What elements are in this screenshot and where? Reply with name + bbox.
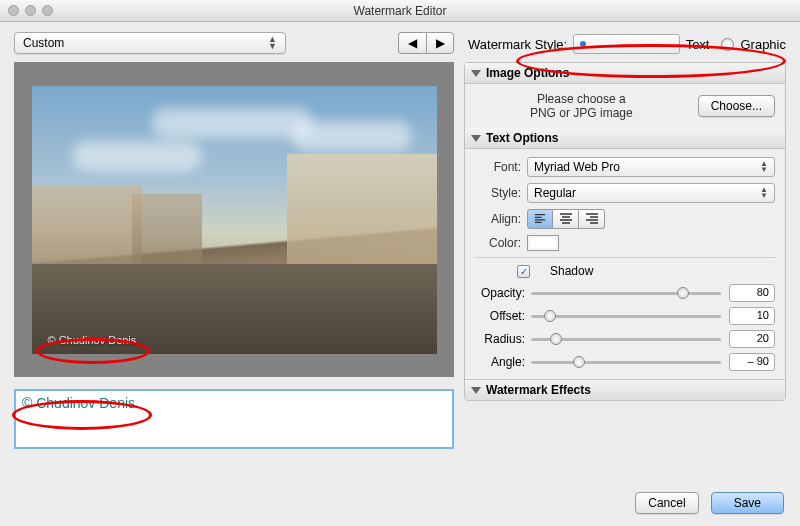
prev-image-button[interactable]: ◀: [398, 32, 426, 54]
preview-image[interactable]: © Chudinov Denis: [32, 86, 437, 354]
offset-value[interactable]: 10: [729, 307, 775, 325]
offset-label: Offset:: [475, 309, 531, 323]
radius-label: Radius:: [475, 332, 531, 346]
font-select[interactable]: Myriad Web Pro ▲▼: [527, 157, 775, 177]
preset-select-value: Custom: [23, 36, 64, 50]
angle-slider[interactable]: [531, 355, 721, 369]
watermark-effects-title: Watermark Effects: [486, 383, 591, 397]
divider: [475, 257, 775, 258]
style-text-radio[interactable]: [573, 34, 679, 54]
font-style-select[interactable]: Regular ▲▼: [527, 183, 775, 203]
window-titlebar: Watermark Editor: [0, 0, 800, 22]
shadow-checkbox[interactable]: ✓: [517, 265, 530, 278]
updown-icon: ▲▼: [760, 187, 768, 199]
angle-value[interactable]: – 90: [729, 353, 775, 371]
updown-icon: ▲▼: [268, 36, 277, 50]
watermark-effects-header[interactable]: Watermark Effects: [465, 379, 785, 400]
close-icon[interactable]: [8, 5, 19, 16]
style-graphic-label[interactable]: Graphic: [740, 37, 786, 52]
style-label: Style:: [475, 186, 527, 200]
preset-select[interactable]: Custom ▲▼: [14, 32, 286, 54]
choose-image-button[interactable]: Choose...: [698, 95, 775, 117]
watermark-preview-text[interactable]: © Chudinov Denis: [48, 334, 137, 346]
align-label: Align:: [475, 212, 527, 226]
image-options-header[interactable]: Image Options: [465, 63, 785, 84]
font-value: Myriad Web Pro: [534, 160, 620, 174]
text-options-title: Text Options: [486, 131, 558, 145]
align-right-button[interactable]: [579, 209, 605, 229]
dialog-footer: Cancel Save: [635, 492, 784, 514]
font-style-value: Regular: [534, 186, 576, 200]
shadow-label: Shadow: [550, 264, 593, 278]
font-label: Font:: [475, 160, 527, 174]
opacity-slider[interactable]: [531, 286, 721, 300]
radius-value[interactable]: 20: [729, 330, 775, 348]
watermark-text-input[interactable]: © Chudinov Denis: [14, 389, 454, 449]
style-graphic-radio[interactable]: [721, 38, 734, 51]
triangle-right-icon: ▶: [436, 36, 445, 50]
align-segmented: [527, 209, 605, 229]
color-swatch[interactable]: [527, 235, 559, 251]
save-button[interactable]: Save: [711, 492, 784, 514]
align-center-button[interactable]: [553, 209, 579, 229]
disclosure-triangle-icon: [471, 387, 481, 394]
opacity-value[interactable]: 80: [729, 284, 775, 302]
watermark-style-label: Watermark Style:: [468, 37, 567, 52]
text-options-header[interactable]: Text Options: [465, 128, 785, 149]
align-left-button[interactable]: [527, 209, 553, 229]
disclosure-triangle-icon: [471, 135, 481, 142]
style-text-label[interactable]: Text: [686, 37, 710, 52]
window-controls: [8, 5, 53, 16]
disclosure-triangle-icon: [471, 70, 481, 77]
image-options-title: Image Options: [486, 66, 569, 80]
triangle-left-icon: ◀: [408, 36, 417, 50]
image-hint: Please choose a PNG or JPG image: [475, 92, 688, 120]
preview-area: © Chudinov Denis: [14, 62, 454, 377]
radius-slider[interactable]: [531, 332, 721, 346]
opacity-label: Opacity:: [475, 286, 531, 300]
updown-icon: ▲▼: [760, 161, 768, 173]
offset-slider[interactable]: [531, 309, 721, 323]
zoom-icon[interactable]: [42, 5, 53, 16]
cancel-button[interactable]: Cancel: [635, 492, 698, 514]
minimize-icon[interactable]: [25, 5, 36, 16]
color-label: Color:: [475, 236, 527, 250]
watermark-style-group: Watermark Style: Text Graphic: [464, 32, 786, 56]
angle-label: Angle:: [475, 355, 531, 369]
next-image-button[interactable]: ▶: [426, 32, 454, 54]
watermark-text-value: © Chudinov Denis: [22, 395, 135, 411]
window-title: Watermark Editor: [354, 4, 447, 18]
